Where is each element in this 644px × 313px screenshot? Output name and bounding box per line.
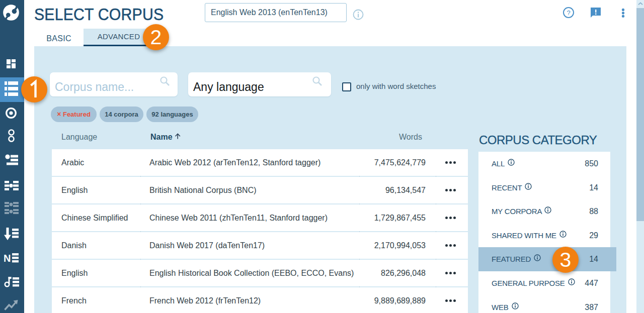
svg-text:?: ?: [567, 9, 570, 17]
svg-text:N: N: [4, 253, 11, 263]
